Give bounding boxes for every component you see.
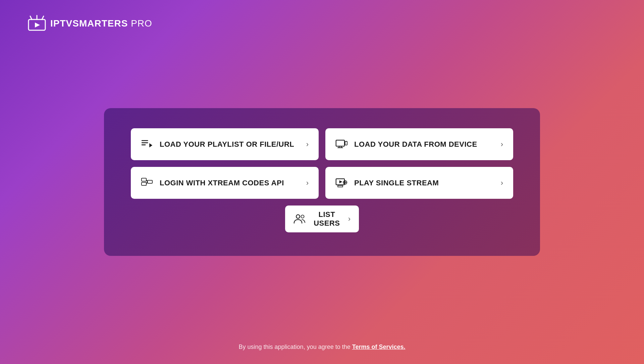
svg-rect-19: [338, 185, 342, 187]
load-device-label: LOAD YOUR DATA FROM DEVICE: [354, 140, 477, 149]
svg-rect-6: [142, 142, 148, 143]
footer: By using this application, you agree to …: [239, 344, 406, 351]
login-xtream-label: LOGIN WITH XTREAM CODES API: [160, 179, 284, 187]
load-playlist-button[interactable]: LOAD YOUR PLAYLIST OR FILE/URL ›: [131, 128, 319, 160]
svg-marker-20: [339, 180, 342, 183]
button-row-3: LIST USERS ›: [131, 206, 513, 232]
login-xtream-button[interactable]: LOGIN WITH XTREAM CODES API ›: [131, 167, 319, 199]
svg-rect-7: [142, 144, 146, 145]
api-icon: [141, 177, 153, 189]
svg-rect-9: [336, 140, 344, 146]
svg-rect-14: [142, 182, 146, 185]
play-single-label: PLAY SINGLE STREAM: [354, 179, 439, 187]
button-row-2: LOGIN WITH XTREAM CODES API › PLAY SINGL…: [131, 167, 513, 199]
iptv-logo-icon: [27, 13, 47, 34]
chevron-right-icon: ›: [348, 215, 351, 223]
logo: IPTVSMARTERS PRO: [27, 13, 152, 34]
chevron-right-icon: ›: [501, 140, 503, 149]
svg-rect-13: [142, 178, 146, 181]
svg-point-25: [301, 215, 304, 218]
chevron-right-icon: ›: [306, 179, 309, 187]
button-row-1: LOAD YOUR PLAYLIST OR FILE/URL › LOAD YO…: [131, 128, 513, 160]
svg-point-24: [296, 215, 300, 218]
svg-marker-4: [35, 22, 40, 28]
svg-marker-8: [149, 143, 152, 147]
svg-rect-5: [142, 140, 148, 141]
load-playlist-label: LOAD YOUR PLAYLIST OR FILE/URL: [160, 140, 294, 149]
chevron-right-icon: ›: [306, 140, 309, 149]
svg-rect-12: [345, 141, 347, 145]
stream-icon: [335, 177, 347, 189]
terms-link[interactable]: Terms of Services.: [352, 344, 406, 350]
main-card: LOAD YOUR PLAYLIST OR FILE/URL › LOAD YO…: [104, 108, 540, 256]
list-users-label: LIST USERS: [311, 210, 343, 228]
device-icon: [335, 138, 347, 150]
logo-text: IPTVSMARTERS PRO: [50, 18, 152, 29]
svg-rect-15: [148, 180, 152, 183]
users-icon: [293, 213, 306, 225]
play-single-stream-button[interactable]: PLAY SINGLE STREAM ›: [325, 167, 513, 199]
playlist-icon: [141, 138, 153, 150]
load-device-button[interactable]: LOAD YOUR DATA FROM DEVICE ›: [325, 128, 513, 160]
list-users-button[interactable]: LIST USERS ›: [285, 206, 359, 232]
chevron-right-icon: ›: [501, 179, 503, 187]
